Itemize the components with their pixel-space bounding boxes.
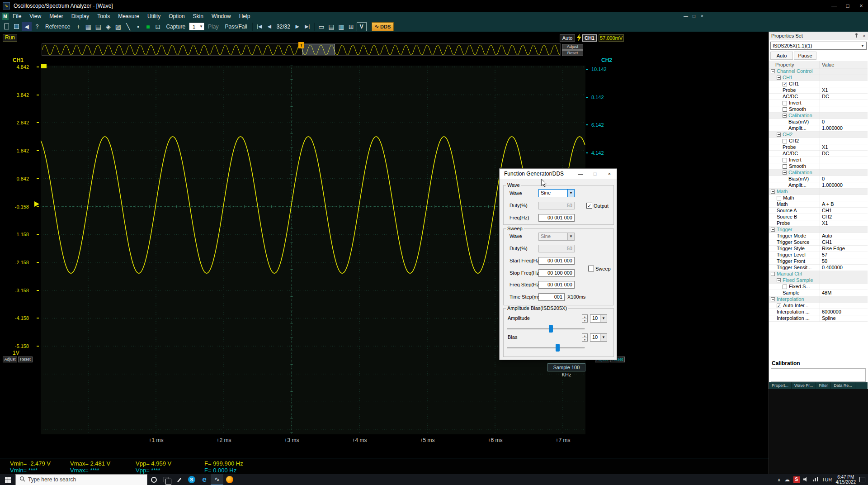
property-row[interactable]: Interpolation ...Spline [769,315,868,322]
collapse-icon[interactable] [771,69,775,73]
property-row[interactable]: Fixed S... [769,284,868,290]
property-row[interactable]: Auto Inter... [769,303,868,309]
amplitude-stepper[interactable]: ▲▼ [582,314,588,323]
auto-scale-button[interactable]: Auto [560,34,575,42]
menu-item-display[interactable]: Display [67,12,93,21]
property-category-row[interactable]: Fixed Sample [769,277,868,284]
tray-s-app-icon[interactable]: S [793,476,800,483]
firefox-button[interactable] [223,474,236,485]
property-row[interactable]: Bias(mV)0 [769,176,868,182]
search-box[interactable]: Type here to search [15,474,147,485]
wave-select[interactable]: Sine ▼ [538,189,575,197]
collapse-icon[interactable] [783,171,787,175]
stepper-up-icon[interactable]: ▲ [582,315,587,319]
panel-tab-4[interactable]: Data Re... [831,382,855,389]
overview-adjust-button[interactable]: Adjust [562,44,583,50]
next-frame-button[interactable]: ▶ [293,22,302,31]
run-button[interactable]: Run [3,34,17,42]
persistence-button[interactable]: ▨ [113,22,123,31]
property-row[interactable]: Smooth [769,106,868,113]
ink-app-button[interactable] [173,474,185,485]
property-row[interactable]: Trigger Front50 [769,258,868,265]
skype-button[interactable]: S [185,474,198,485]
passfail-button[interactable]: Pass/Fail [222,22,250,31]
property-category-row[interactable]: Channel Control [769,68,868,75]
property-checkbox[interactable] [783,164,787,169]
property-row[interactable]: AC/DCDC [769,94,868,100]
property-row[interactable]: Invert [769,157,868,163]
property-row[interactable]: Trigger StyleRise Edge [769,246,868,252]
single-view-button[interactable]: ▭ [317,22,326,31]
property-row[interactable]: CH1 [769,81,868,87]
vertical-split-button[interactable]: ▥ [337,22,346,31]
property-row[interactable]: Source ACH1 [769,208,868,214]
clock[interactable]: 6:47 PM 4/15/2022 [836,475,856,485]
xy-mode-button[interactable]: ◈ [104,22,113,31]
property-row[interactable]: Source BCH2 [769,214,868,220]
menu-item-view[interactable]: View [25,12,45,21]
maximize-button[interactable]: □ [841,0,854,12]
panel-pause-button[interactable]: Pause [794,52,816,60]
save-button[interactable] [12,22,21,31]
first-frame-button[interactable]: |◀ [255,22,264,31]
collapse-icon[interactable] [783,114,787,118]
amplitude-slider-track[interactable] [507,328,585,329]
edge-button[interactable]: e [198,474,211,485]
panel-tab-2[interactable]: Wave Pr... [792,382,816,389]
hidden-icons-button[interactable]: ∧ [778,477,781,482]
property-row[interactable]: Trigger Level57 [769,252,868,258]
network-icon[interactable] [813,477,818,482]
new-file-button[interactable] [2,22,11,31]
display-button[interactable]: ⊡ [153,22,162,31]
menu-item-skin[interactable]: Skin [189,12,208,21]
property-category-row[interactable]: Math [769,189,868,195]
collapse-icon[interactable] [777,133,781,137]
bias-slider-thumb[interactable] [556,344,560,352]
property-checkbox[interactable] [783,285,787,289]
rows-view-button[interactable]: ▤ [94,22,103,31]
prev-frame-button[interactable]: ◀ [265,22,274,31]
language-indicator[interactable]: TUR [822,477,832,482]
voltage-button[interactable]: V [357,22,367,31]
time-step-input[interactable]: 001 [538,293,565,301]
property-row[interactable]: ProbeX1 [769,144,868,151]
collapse-icon[interactable] [777,278,781,282]
property-category-row[interactable]: Interpolation [769,296,868,303]
menu-item-tools[interactable]: Tools [93,12,114,21]
menu-item-file[interactable]: File [9,12,25,21]
menu-item-window[interactable]: Window [208,12,235,21]
last-frame-button[interactable]: ▶| [303,22,312,31]
collapse-icon[interactable] [771,228,775,232]
volume-icon[interactable] [803,477,809,483]
property-row[interactable]: Sample48M [769,290,868,296]
duty-input[interactable]: 50 [538,202,575,209]
color-button[interactable]: ■ [143,22,152,31]
quad-view-button[interactable]: ⊞ [347,22,356,31]
sweep-checkbox[interactable] [588,266,594,271]
property-category-row[interactable]: Calibration [769,170,868,176]
freq-input[interactable]: 00 001 000 [538,214,575,222]
cursor-line-button[interactable]: ╲ [123,22,132,31]
panel-tab-1[interactable]: Propert... [769,382,792,389]
capture-count-select[interactable]: 1▼ [189,23,204,30]
property-row[interactable]: CH2 [769,138,868,144]
action-center-button[interactable] [859,477,865,482]
property-checkbox[interactable] [783,139,787,143]
mdi-minimize-button[interactable]: — [682,12,690,21]
overview-view-window[interactable] [302,44,335,55]
property-category-row[interactable]: Manual Ctrl [769,271,868,277]
panel-close-icon[interactable]: × [860,33,868,38]
cloud-icon[interactable]: ☁ [784,476,790,483]
reference-button[interactable]: Reference [42,22,73,31]
snapshot-button[interactable]: ▪ [133,22,142,31]
property-row[interactable]: Interpolation ...6000000 [769,309,868,315]
property-row[interactable]: Trigger ModeAuto [769,233,868,239]
menu-item-option[interactable]: Option [165,12,189,21]
property-category-row[interactable]: Trigger [769,227,868,233]
minimize-button[interactable]: — [827,0,841,12]
oscilloscope-app-button[interactable]: ∿ [211,474,223,485]
stepper-up-icon[interactable]: ▲ [582,334,587,338]
stop-freq-input[interactable]: 00 100 000 [538,269,575,277]
property-checkbox[interactable] [783,101,787,105]
ch1-adjust-button[interactable]: Adjust [3,357,17,362]
